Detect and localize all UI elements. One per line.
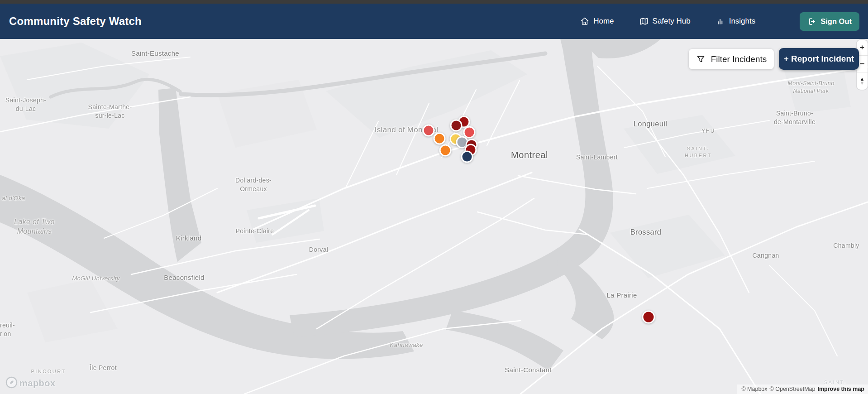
incident-marker-10[interactable] (439, 144, 452, 157)
app-title: Community Safety Watch (9, 15, 142, 28)
mapbox-logo-icon (5, 376, 18, 390)
map-label-longueuil: Longueuil (634, 119, 667, 129)
nav-item-home[interactable]: Home (580, 17, 614, 26)
map-attribution: © Mapbox © OpenStreetMap Improve this ma… (737, 384, 868, 394)
map-label-saint-lambert: Saint-Lambert (576, 153, 618, 162)
map-label-kahnawake: Kahnawake (390, 341, 423, 349)
map-label-montreal: Montreal (511, 149, 548, 161)
bar-chart-icon (716, 17, 725, 26)
map-label-kirkland: Kirkland (176, 234, 202, 243)
main-nav: Home Safety Hub Insights Sign Out (580, 12, 859, 31)
map-label-saint-bruno-de-montarville: Saint-Bruno- de-Montarville (774, 109, 816, 126)
map-label-carignan: Carignan (752, 251, 779, 260)
mapbox-logo[interactable]: mapbox (5, 376, 56, 390)
app-header: Community Safety Watch Home Safety Hub I… (0, 4, 868, 39)
map-label-mont-saint-bruno-national-park: Mont-Saint-Bruno National Park (788, 80, 835, 95)
map-label-dorval: Dorval (309, 245, 328, 254)
home-icon (580, 17, 589, 26)
map-icon (639, 17, 649, 26)
map-label-ile-perrot: Île Perrot (90, 364, 117, 372)
sign-out-button[interactable]: Sign Out (800, 12, 859, 31)
nav-item-label: Home (593, 17, 614, 26)
map-label-saint-hubert: SAINT- HUBERT (685, 145, 712, 159)
map-label-lake-of-two-mountains: Lake of Two Mountains (14, 217, 54, 236)
incident-marker-5[interactable] (434, 133, 446, 145)
sign-out-icon (807, 17, 816, 26)
map-label-pincourt: PINCOURT (31, 368, 66, 375)
incident-marker-1[interactable] (423, 125, 435, 137)
incident-marker-11[interactable] (461, 151, 473, 163)
mapbox-wordmark: mapbox (19, 378, 56, 389)
compass-button[interactable]: ▲ ▼ (857, 72, 868, 90)
map-label-beaconsfield: Beaconsfield (164, 273, 205, 282)
map-label-dollard-des-ormeaux: Dollard-des- Ormeaux (235, 176, 272, 193)
map-label-la-prairie: La Prairie (606, 291, 637, 300)
filter-incidents-label: Filter Incidents (711, 54, 767, 64)
map-label-saint-eustache: Saint-Eustache (131, 49, 179, 58)
map-label-pointe-claire: Pointe-Claire (236, 227, 274, 235)
map-label-saint-constant: Saint-Constant (505, 365, 551, 375)
report-incident-button[interactable]: + Report Incident (779, 48, 859, 70)
map-label-saint-joseph-du-lac: Saint-Joseph- du-Lac (5, 96, 46, 113)
map-label-sainte-marthe-sur-le-lac: Sainte-Marthe- sur-le-Lac (88, 103, 132, 120)
nav-item-insights[interactable]: Insights (716, 17, 756, 26)
map-label-brossard: Brossard (630, 227, 661, 237)
map-canvas[interactable]: Saint-EustacheSaint-Joseph- du-LacSainte… (0, 39, 868, 394)
map-label-vaudreuil-partial-2: rion (0, 330, 11, 338)
map-label-yhu: YHU (701, 127, 715, 135)
attribution-osm-link[interactable]: © OpenStreetMap (770, 386, 816, 392)
funnel-icon (696, 54, 706, 64)
window-chrome-strip (0, 0, 868, 4)
sign-out-label: Sign Out (820, 17, 852, 26)
map-label-vaudreuil-partial-1: reuil- (0, 321, 15, 330)
map-base-tiles (0, 39, 868, 394)
map-label-mcgill-university: McGill University (72, 274, 120, 283)
filter-incidents-button[interactable]: Filter Incidents (689, 49, 774, 69)
improve-this-map-link[interactable]: Improve this map (818, 386, 865, 392)
incident-marker-12[interactable] (642, 311, 655, 324)
nav-item-label: Insights (729, 17, 756, 26)
nav-item-label: Safety Hub (653, 17, 691, 26)
incident-marker-3[interactable] (450, 120, 463, 132)
attribution-mapbox-link[interactable]: © Mapbox (741, 386, 767, 392)
map-label-chambly: Chambly (833, 241, 859, 250)
compass-south-icon: ▼ (860, 81, 865, 85)
nav-item-safety-hub[interactable]: Safety Hub (639, 17, 691, 26)
map-label-oka-park-partial: al d'Oka (2, 194, 25, 202)
